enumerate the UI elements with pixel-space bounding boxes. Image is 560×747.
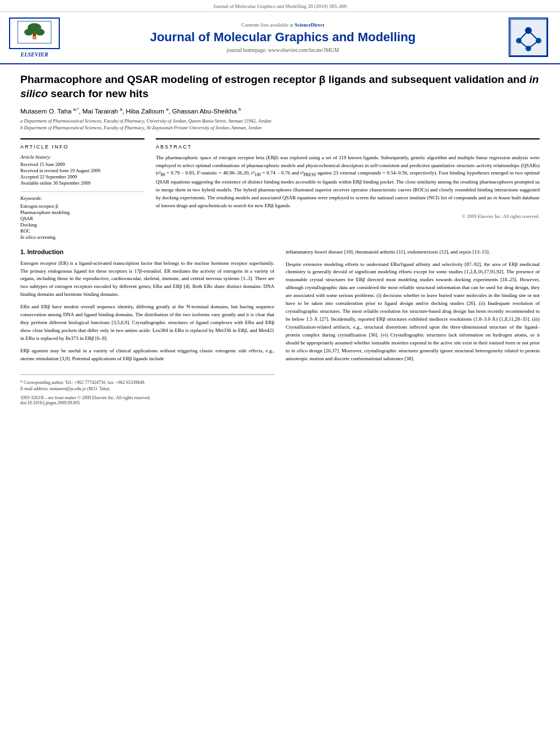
svg-point-2 bbox=[24, 29, 33, 36]
email-note: E-mail address: mutasem@ju.edu.jo (M.O. … bbox=[20, 386, 274, 392]
affiliations: a Department of Pharmaceutical Sciences,… bbox=[20, 118, 540, 132]
article-title: Pharmacophore and QSAR modeling of estro… bbox=[20, 72, 540, 101]
elsevier-text: ELSEVIER bbox=[9, 51, 60, 58]
intro-para-3: ERβ agonists may be useful in a variety … bbox=[20, 347, 274, 363]
journal-citation-text: Journal of Molecular Graphics and Modell… bbox=[213, 3, 347, 9]
body-left-col: 1. Introduction Estrogen receptor (ER) i… bbox=[20, 248, 274, 406]
journal-homepage: journal homepage: www.elsevier.com/locat… bbox=[65, 47, 500, 53]
keyword-1: Estrogen receptor β bbox=[20, 203, 145, 209]
abstract-col: ABSTRACT The pharmacophoric space of est… bbox=[156, 138, 540, 241]
affiliation-a: a Department of Pharmaceutical Sciences,… bbox=[20, 118, 540, 125]
footnote-area: * Corresponding author. Tel.: +962 77742… bbox=[20, 379, 274, 392]
copyright-notice: © 2009 Elsevier Inc. All rights reserved… bbox=[156, 213, 540, 219]
affiliation-b: b Department of Pharmaceutical Sciences,… bbox=[20, 125, 540, 132]
keyword-3: QSAR bbox=[20, 216, 145, 221]
keyword-5: ROC bbox=[20, 228, 145, 234]
body-content: 1. Introduction Estrogen receptor (ER) i… bbox=[20, 248, 540, 406]
doi-text: doi:10.1016/j.jmgm.2009.09.005 bbox=[20, 400, 274, 405]
jmgm-icon bbox=[510, 19, 547, 56]
received-date: Received 15 June 2009 bbox=[20, 161, 145, 167]
keyword-6: In silico screening bbox=[20, 234, 145, 240]
main-content: Pharmacophore and QSAR modeling of estro… bbox=[0, 64, 560, 412]
keywords-title: Keywords: bbox=[20, 195, 145, 201]
footer-section: * Corresponding author. Tel.: +962 77742… bbox=[20, 374, 274, 392]
keywords-section: Keywords: Estrogen receptor β Pharmacoph… bbox=[20, 191, 145, 240]
elsevier-box bbox=[9, 18, 60, 49]
accepted-date: Accepted 22 September 2009 bbox=[20, 174, 145, 180]
abstract-title: ABSTRACT bbox=[156, 144, 540, 150]
elsevier-tree-icon bbox=[18, 21, 51, 43]
svg-point-5 bbox=[32, 36, 37, 40]
journal-header: ELSEVIER Contents lists available at Sci… bbox=[0, 12, 560, 64]
journal-center: Contents lists available at ScienceDirec… bbox=[60, 22, 506, 53]
right-para-2: Despite extensive modeling efforts to un… bbox=[286, 261, 540, 363]
keyword-2: Pharmacophore modeling bbox=[20, 209, 145, 215]
online-date: Available online 30 September 2009 bbox=[20, 180, 145, 186]
intro-para-2: ERα and ERβ have modest overall sequence… bbox=[20, 303, 274, 343]
article-info-col: ARTICLE INFO Article history: Received 1… bbox=[20, 138, 145, 241]
right-para-1: inflammatory bowel disease [10], rheumat… bbox=[286, 248, 540, 256]
science-direct-link[interactable]: ScienceDirect bbox=[295, 22, 324, 28]
intro-para-1: Estrogen receptor (ER) is a ligand-activ… bbox=[20, 260, 274, 299]
abstract-section: ABSTRACT The pharmacophoric space of est… bbox=[156, 138, 540, 219]
corresponding-note: * Corresponding author. Tel.: +962 77742… bbox=[20, 379, 274, 386]
contents-line: Contents lists available at ScienceDirec… bbox=[65, 22, 500, 28]
contents-label: Contents lists available at bbox=[242, 22, 295, 28]
article-info-title: ARTICLE INFO bbox=[20, 144, 145, 150]
jmgm-logo bbox=[506, 18, 551, 57]
body-right-col: inflammatory bowel disease [10], rheumat… bbox=[286, 248, 540, 406]
history-title: Article history: bbox=[20, 154, 145, 160]
authors-line: Mutasem O. Taha a,*, Mai Tarairah a, Hib… bbox=[20, 107, 540, 115]
elsevier-logo: ELSEVIER bbox=[9, 18, 60, 58]
issn-text: 1093-3263/$ – see front matter © 2009 El… bbox=[20, 395, 274, 400]
article-info-abstract-row: ARTICLE INFO Article history: Received 1… bbox=[20, 138, 540, 241]
keyword-4: Docking bbox=[20, 222, 145, 228]
intro-heading: 1. Introduction bbox=[20, 248, 274, 255]
issn-doi-area: 1093-3263/$ – see front matter © 2009 El… bbox=[20, 395, 274, 405]
revised-date: Received in revised form 19 August 2009 bbox=[20, 168, 145, 173]
svg-point-3 bbox=[36, 29, 45, 36]
journal-citation-bar: Journal of Molecular Graphics and Modell… bbox=[0, 0, 560, 12]
article-info-box: ARTICLE INFO Article history: Received 1… bbox=[20, 138, 145, 240]
journal-title: Journal of Molecular Graphics and Modell… bbox=[65, 30, 500, 45]
abstract-text: The pharmacophoric space of estrogen rec… bbox=[156, 154, 540, 210]
